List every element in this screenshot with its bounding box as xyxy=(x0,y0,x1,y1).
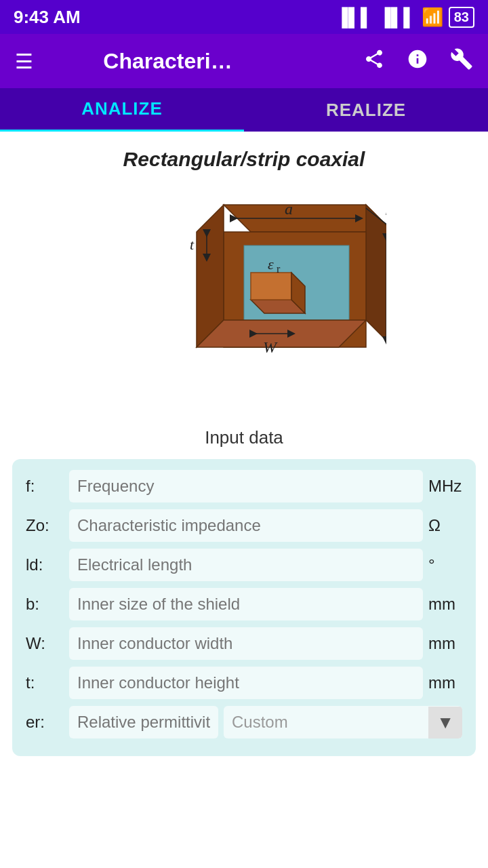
field-w[interactable] xyxy=(69,627,423,660)
field-f[interactable] xyxy=(69,470,423,502)
input-row-f: f: MHz xyxy=(26,470,462,502)
input-row-w: W: mm xyxy=(26,627,462,660)
svg-text:a: a xyxy=(285,200,293,218)
label-t: t: xyxy=(26,673,64,692)
unit-w: mm xyxy=(428,634,462,653)
coaxial-diagram: ε r a l b t W xyxy=(102,184,386,415)
diagram-title: Rectangular/strip coaxial xyxy=(0,132,488,178)
input-section: f: MHz Zo: Ω ld: ° b: mm W: mm xyxy=(12,459,476,756)
signal-icon-1: ▐▌▌ xyxy=(336,7,373,28)
dropdown-value: Custom xyxy=(224,706,428,738)
unit-t: mm xyxy=(428,673,462,692)
input-row-zo: Zo: Ω xyxy=(26,509,462,542)
status-time: 9:43 AM xyxy=(14,7,81,28)
tab-realize[interactable]: REALIZE xyxy=(244,88,488,132)
status-bar: 9:43 AM ▐▌▌ ▐▌▌ 📶 83 xyxy=(0,0,488,34)
signal-icon-2: ▐▌▌ xyxy=(378,7,415,28)
svg-text:W: W xyxy=(263,338,278,356)
app-title: Characteri… xyxy=(0,49,344,74)
unit-zo: Ω xyxy=(428,516,462,535)
label-b: b: xyxy=(26,595,64,614)
input-row-t: t: mm xyxy=(26,667,462,699)
label-ld: ld: xyxy=(26,555,64,574)
unit-ld: ° xyxy=(428,555,462,574)
toolbar: ☰ Characteri… xyxy=(0,34,488,88)
svg-marker-1 xyxy=(366,205,386,347)
wifi-icon: 📶 xyxy=(422,7,443,28)
info-button[interactable] xyxy=(404,45,431,77)
svg-text:ε: ε xyxy=(268,256,274,273)
chevron-down-icon: ▼ xyxy=(428,707,462,738)
unit-f: MHz xyxy=(428,477,462,496)
label-w: W: xyxy=(26,634,64,653)
svg-text:t: t xyxy=(190,236,195,253)
battery-icon: 83 xyxy=(449,7,474,28)
tab-analize[interactable]: ANALIZE xyxy=(0,88,244,132)
field-zo[interactable] xyxy=(69,509,423,542)
label-zo: Zo: xyxy=(26,516,64,535)
diagram-area: ε r a l b t W xyxy=(0,178,488,422)
field-ld[interactable] xyxy=(69,549,423,581)
field-t[interactable] xyxy=(69,667,423,699)
input-data-label: Input data xyxy=(0,427,488,448)
permittivity-dropdown[interactable]: Custom ▼ xyxy=(224,706,462,738)
main-content: Rectangular/strip coaxial ε r xyxy=(0,132,488,756)
tabs: ANALIZE REALIZE xyxy=(0,88,488,132)
status-icons: ▐▌▌ ▐▌▌ 📶 83 xyxy=(336,7,474,28)
svg-text:r: r xyxy=(277,263,281,275)
field-b[interactable] xyxy=(69,588,423,620)
unit-b: mm xyxy=(428,595,462,614)
field-er-placeholder[interactable] xyxy=(69,706,218,738)
label-er: er: xyxy=(26,713,64,732)
svg-rect-7 xyxy=(251,273,291,300)
label-f: f: xyxy=(26,477,64,496)
settings-button[interactable] xyxy=(447,45,476,78)
input-row-er: er: Custom ▼ xyxy=(26,706,462,738)
svg-text:l: l xyxy=(385,201,386,218)
input-row-ld: ld: ° xyxy=(26,549,462,581)
share-button[interactable] xyxy=(361,45,388,77)
input-row-b: b: mm xyxy=(26,588,462,620)
